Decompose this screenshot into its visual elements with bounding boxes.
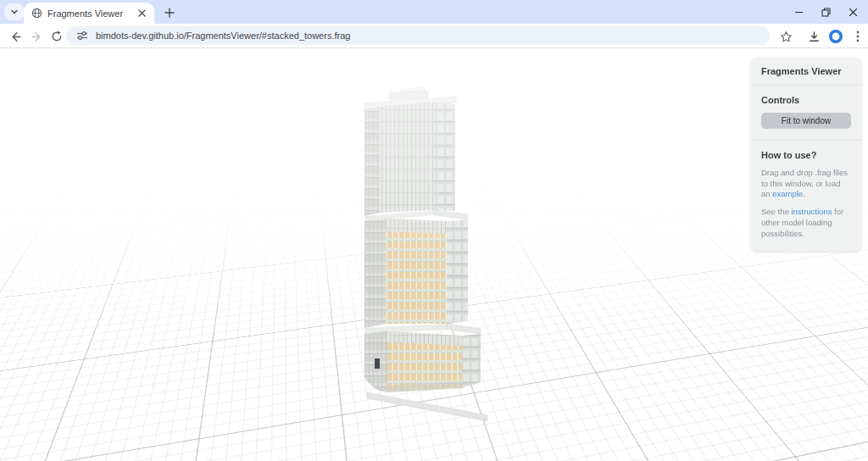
kebab-menu-icon [856,31,860,42]
profile-button[interactable] [826,26,846,47]
browser-toolbar: bimdots-dev.github.io/FragmentsViewer/#s… [0,24,868,48]
back-button[interactable] [5,26,25,47]
window-controls [785,0,866,24]
restore-button[interactable] [812,0,839,24]
p2-text: See the [761,207,791,216]
reload-icon [51,31,63,42]
how-to-use-heading: How to use? [761,150,851,160]
close-icon [849,8,858,17]
fit-to-window-button[interactable]: Fit to window [761,113,851,129]
minimize-icon [794,8,804,17]
profile-avatar-icon [828,29,843,44]
site-settings-icon[interactable] [76,31,88,41]
panel-title: Fragments Viewer [751,58,861,86]
tab-title: Fragments Viewer [47,8,135,19]
globe-favicon-icon [31,8,42,19]
close-icon [138,9,146,17]
download-icon [808,31,821,43]
how-to-use-section: How to use? Drag and drop .frag files to… [751,141,861,251]
instructions-paragraph-2: See the instructions for other model loa… [761,207,851,239]
controls-heading: Controls [761,95,851,105]
browser-tab[interactable]: Fragments Viewer [24,3,154,24]
tab-search-button[interactable] [4,3,24,20]
bookmark-button[interactable] [776,26,796,47]
p1-text-end: . [803,189,805,198]
example-link[interactable]: example [772,189,803,198]
fragments-viewer-panel: Fragments Viewer Controls Fit to window … [751,58,861,251]
tab-close-button[interactable] [135,7,148,20]
tab-strip: Fragments Viewer [0,0,868,24]
controls-section: Controls Fit to window [751,86,861,141]
restore-icon [821,8,831,17]
forward-arrow-icon [31,31,43,43]
building-model [352,86,500,433]
address-bar[interactable]: bimdots-dev.github.io/FragmentsViewer/#s… [66,26,770,45]
url-text: bimdots-dev.github.io/FragmentsViewer/#s… [96,31,350,41]
chevron-down-icon [10,8,19,16]
browser-menu-button[interactable] [848,26,868,47]
plus-icon [164,8,175,18]
forward-button[interactable] [26,26,47,47]
close-window-button[interactable] [839,0,866,24]
new-tab-button[interactable] [160,3,179,22]
back-arrow-icon [9,31,22,43]
downloads-button[interactable] [804,26,824,47]
reload-button[interactable] [47,26,67,47]
star-icon [780,31,793,43]
3d-canvas[interactable]: Fragments Viewer Controls Fit to window … [0,49,868,461]
instructions-link[interactable]: instructions [791,207,832,216]
instructions-paragraph-1: Drag and drop .frag files to this window… [761,168,851,200]
minimize-button[interactable] [785,0,812,24]
